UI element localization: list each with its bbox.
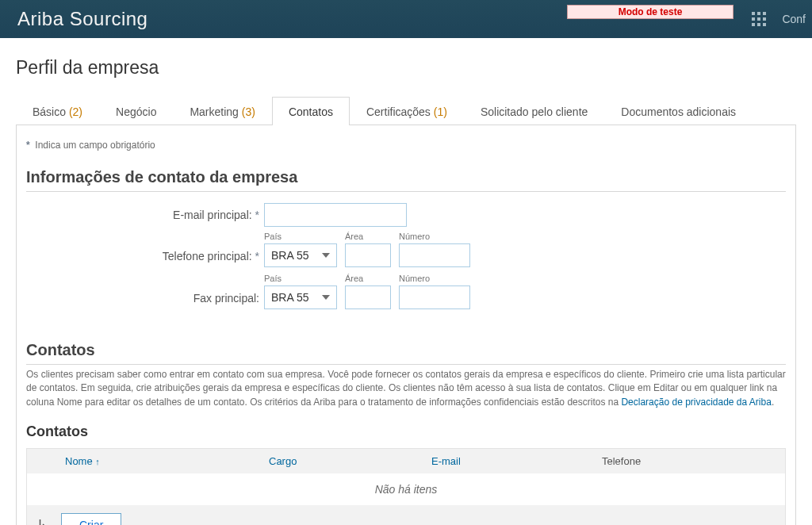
test-mode-banner: Modo de teste: [567, 5, 733, 19]
phone-number-input[interactable]: [399, 243, 470, 267]
label-phone: Telefone principal: *: [26, 250, 264, 267]
tab-solicitado[interactable]: Solicitado pelo cliente: [464, 97, 604, 125]
col-email-header[interactable]: E-mail: [431, 455, 602, 467]
row-fax: Fax principal: País Área Número BRA 55: [26, 274, 786, 309]
chevron-down-icon: [322, 295, 330, 300]
email-input[interactable]: [264, 203, 407, 227]
app-header: Ariba Sourcing Modo de teste Conf: [0, 0, 812, 38]
tab-contatos[interactable]: Contatos: [272, 97, 350, 125]
chevron-down-icon: [322, 253, 330, 258]
sort-asc-icon: ↑: [95, 457, 100, 466]
apps-grid-icon[interactable]: [752, 12, 766, 26]
sublabel-country-fax: País: [264, 274, 345, 283]
tabs-bar: Básico (2) Negócio Marketing (3) Contato…: [16, 96, 796, 125]
contacts-description: Os clientes precisam saber como entrar e…: [26, 368, 786, 409]
header-config-link[interactable]: Conf: [782, 13, 806, 25]
fax-area-input[interactable]: [345, 285, 391, 309]
table-footer: ↳ Criar: [27, 505, 785, 525]
page-title: Perfil da empresa: [16, 57, 796, 79]
phone-country-select[interactable]: BRA 55: [264, 243, 337, 267]
create-button[interactable]: Criar: [61, 513, 121, 525]
phone-area-input[interactable]: [345, 243, 391, 267]
sublabel-number-fax: Número: [399, 274, 478, 283]
fax-country-select[interactable]: BRA 55: [264, 285, 337, 309]
col-tel-header[interactable]: Telefone: [602, 455, 785, 467]
label-fax: Fax principal:: [26, 292, 264, 309]
table-header: Nome ↑ Cargo E-mail Telefone: [27, 449, 785, 473]
tab-marketing[interactable]: Marketing (3): [173, 97, 271, 125]
row-phone: Telefone principal: * País Área Número B…: [26, 232, 786, 267]
fax-number-input[interactable]: [399, 285, 470, 309]
sublabel-number: Número: [399, 232, 478, 241]
col-cargo-header[interactable]: Cargo: [269, 455, 431, 467]
brand-logo: Ariba Sourcing: [17, 8, 147, 30]
sublabel-area-fax: Área: [345, 274, 399, 283]
sublabel-area: Área: [345, 232, 399, 241]
section-contact-info-title: Informações de contato da empresa: [26, 168, 786, 186]
tab-certificacoes[interactable]: Certificações (1): [350, 97, 464, 125]
col-name-header[interactable]: Nome ↑: [27, 455, 269, 467]
no-items-row: Não há itens: [27, 473, 785, 505]
tab-content: * Indica um campo obrigatório Informaçõe…: [16, 125, 796, 525]
privacy-link[interactable]: Declaração de privacidade da Ariba: [621, 397, 771, 408]
divider: [26, 191, 786, 192]
row-email: E-mail principal: *: [26, 203, 786, 227]
required-note: * Indica um campo obrigatório: [26, 140, 786, 151]
tab-basico[interactable]: Básico (2): [16, 97, 99, 125]
contacts-table: Nome ↑ Cargo E-mail Telefone Não há iten…: [26, 448, 786, 525]
contacts-subtitle: Contatos: [26, 423, 786, 440]
tab-negocio[interactable]: Negócio: [99, 97, 173, 125]
arrow-return-icon: ↳: [36, 516, 48, 525]
section-contacts-title: Contatos: [26, 341, 786, 359]
page-body: Perfil da empresa Básico (2) Negócio Mar…: [0, 38, 812, 525]
sublabel-country: País: [264, 232, 345, 241]
label-email: E-mail principal: *: [26, 209, 264, 221]
divider: [26, 364, 786, 365]
tab-documentos[interactable]: Documentos adicionais: [604, 97, 753, 125]
